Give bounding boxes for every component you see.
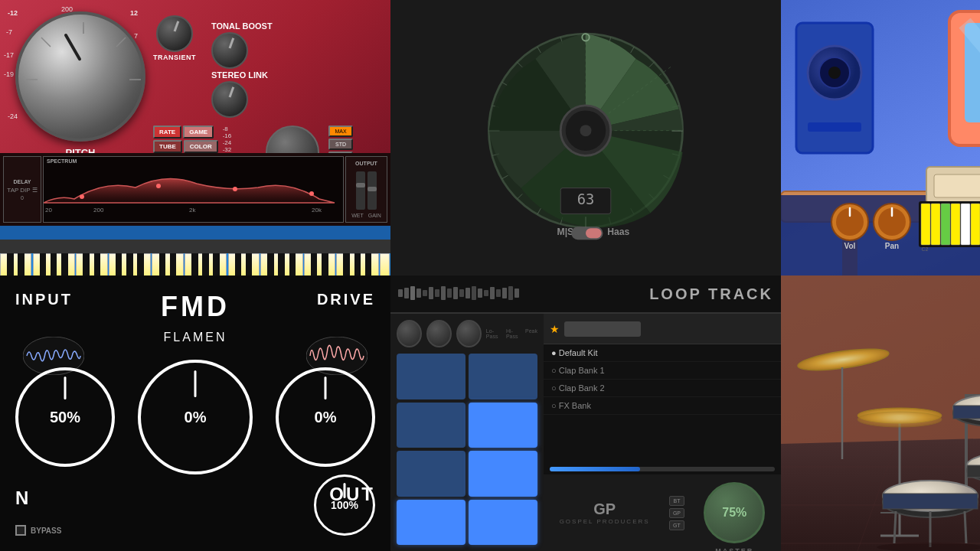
lt-header-dots [398,285,521,301]
svg-text:20: 20 [45,207,52,214]
svg-rect-166 [398,289,403,297]
lt-kit-item-2[interactable]: ○ Clap Bank 2 [544,380,781,397]
pitch-plugin: -12 -7 -17 -19 12 7 17 19 200 -24 24 -24 [0,0,390,276]
lt-track-header: ★ [544,314,781,344]
output-label: OUTPUT [355,161,377,166]
fmd-input-knob[interactable]: 50% [15,367,115,467]
lt-search-box[interactable] [564,321,641,337]
lt-pad-8[interactable] [469,500,537,546]
gain-fader[interactable] [368,171,377,210]
quality-std-button[interactable]: STD [328,139,354,150]
piano-black-key[interactable] [246,253,253,276]
piano-black-key[interactable] [311,253,318,276]
lt-lowpass-knob[interactable] [397,320,422,347]
fmd-input-label: INPUT [15,291,73,308]
lt-master-label: MASTER [715,547,753,551]
bypass-checkbox[interactable] [15,525,26,536]
lt-kit-item-3[interactable]: ○ FX Bank [544,397,781,415]
fmd-drive-knob[interactable]: 0% [276,367,375,467]
lt-kit-item-1[interactable]: ○ Clap Bank 1 [544,362,781,380]
wet-fader[interactable] [356,171,365,210]
fmd-center-knob[interactable]: 0% [138,360,253,474]
svg-rect-172 [435,289,439,297]
output-faders: WETGAIN [351,171,381,218]
lt-header: LOOP TRACK [390,276,781,314]
svg-rect-167 [404,288,409,298]
lt-gt-button[interactable]: GT [669,520,684,530]
piano-black-key[interactable] [83,253,90,276]
tonal-boost-label: TONAL BOOST [211,21,273,31]
lt-peak-knob[interactable] [456,320,482,347]
svg-rect-225 [953,406,980,419]
piano-black-key[interactable] [289,253,296,276]
stereo-link-knob[interactable] [211,81,248,118]
piano-black-key[interactable] [137,253,144,276]
tonal-boost-knob[interactable] [211,32,248,69]
transient-knob[interactable] [156,15,193,52]
piano-black-key[interactable] [61,253,68,276]
piano-black-key[interactable] [40,253,47,276]
lt-body: Lo-PassHi-PassPeak ★ ● Default Kit [390,314,781,551]
piano-white-key[interactable] [380,253,390,276]
quality-max-button[interactable]: MAX [328,126,354,137]
piano-black-key[interactable] [213,253,220,276]
piano-black-key[interactable] [267,253,274,276]
pitch-main-knob[interactable] [15,11,145,142]
rate-button[interactable]: RATE [153,126,181,139]
lt-logo: GP GOSPEL PRODUCERS [560,500,650,525]
lt-pad-6[interactable] [469,451,537,497]
stereo-link-label: STEREO LINK [211,70,273,80]
piano-black-key[interactable] [94,253,101,276]
lt-master-knob[interactable]: 75% MASTER [704,482,765,543]
lt-pad-4[interactable] [469,403,537,448]
lt-gp-button[interactable]: GP [669,508,684,518]
color-button[interactable]: COLOR [184,140,218,153]
piano-black-key[interactable] [116,253,122,276]
svg-text:20k: 20k [312,207,322,214]
transient-label: TRANSIENT [153,54,196,61]
tonal-boost-knob-group: TONAL BOOST STEREO LINK [211,15,273,118]
lt-side-buttons: BT GP GT [669,496,684,530]
lt-title: LOOP TRACK [649,285,773,303]
fmd-center-indicator [194,370,197,397]
spectrum-panel: SPECTRUM 20 200 2k 20k [43,156,344,223]
piano-black-key[interactable] [51,253,57,276]
game-button[interactable]: GAME [183,126,214,139]
piano-black-key[interactable] [170,253,177,276]
piano-black-key[interactable] [343,253,350,276]
svg-rect-169 [416,289,421,298]
lt-pad-2[interactable] [469,354,537,399]
fmd-out-knob-group: 100% [314,474,375,536]
tube-button[interactable]: TUBE [153,140,182,153]
lt-bottom-bar: GP GOSPEL PRODUCERS BT GP GT 75% MASTER [544,474,781,551]
piano-black-key[interactable] [126,253,133,276]
delay-icons: TAP DIP ☰ [7,187,37,194]
piano-black-key[interactable] [7,253,14,276]
piano-black-key[interactable] [18,253,24,276]
fmd-out-knob[interactable]: 100% [314,474,375,536]
lt-kit-item-0[interactable]: ● Default Kit [544,344,781,362]
lt-header-bars-svg [398,285,521,301]
fmd-bypass-section: BYPASS [15,525,61,536]
fmd-drive-indicator [325,377,327,399]
lt-pad-3[interactable] [397,403,466,448]
piano-black-key[interactable] [278,253,285,276]
piano-black-key[interactable] [354,253,361,276]
lt-hipano-knob[interactable] [426,320,452,347]
svg-rect-182 [496,289,501,297]
fmd-drive-value: 0% [315,409,337,426]
piano-black-key[interactable] [365,253,372,276]
piano-black-key[interactable] [235,253,242,276]
svg-line-234 [894,511,896,543]
lt-pad-1[interactable] [397,354,466,399]
lt-bt-button[interactable]: BT [669,496,684,506]
lt-pad-7[interactable] [397,500,466,546]
lt-pad-5[interactable] [397,451,466,497]
piano-keys-wrapper: C1 C2 C3 C4 C5 [0,240,390,276]
piano-black-key[interactable] [159,253,166,276]
piano-black-key[interactable] [191,253,198,276]
svg-text:2k: 2k [189,207,196,214]
piano-black-key[interactable] [202,253,209,276]
svg-rect-67 [586,228,602,238]
piano-black-key[interactable] [322,253,328,276]
